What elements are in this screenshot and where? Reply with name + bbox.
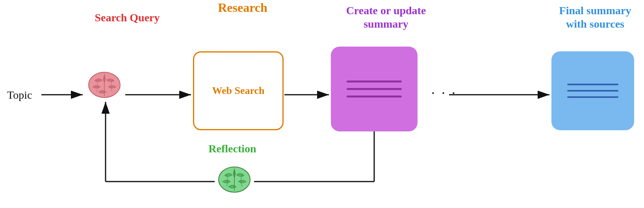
label-research: Research (200, 0, 286, 15)
brain-pink-icon (85, 69, 124, 101)
summary-line-1 (347, 81, 402, 82)
summary-line-2 (347, 88, 402, 90)
final-doc (551, 51, 634, 130)
web-search-box: Web Search (193, 51, 284, 130)
final-line-1 (567, 84, 618, 85)
diagram-container: Search Query Research Create or updatesu… (0, 0, 644, 208)
summary-doc (331, 47, 418, 131)
label-final-summary: Final summarywith sources (553, 4, 637, 30)
final-line-2 (567, 90, 618, 92)
summary-line-3 (347, 96, 402, 97)
brain-green-icon (215, 164, 254, 195)
label-create-update: Create or updatesummary (331, 4, 441, 30)
label-reflection: Reflection (193, 142, 272, 156)
label-search-query: Search Query (82, 11, 173, 24)
arrows-svg (0, 0, 644, 208)
web-search-label: Web Search (212, 84, 264, 97)
topic-text: Topic (7, 89, 32, 101)
dots: · · · (431, 85, 457, 101)
final-line-3 (567, 96, 618, 98)
